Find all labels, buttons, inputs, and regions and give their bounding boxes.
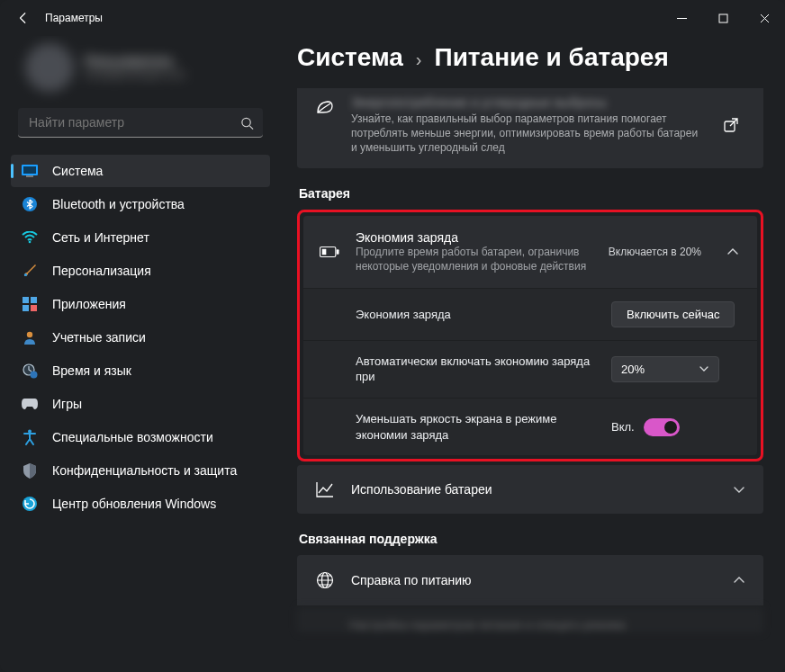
chart-icon xyxy=(315,481,335,497)
sidebar-item-apps[interactable]: Приложения xyxy=(11,288,270,320)
svg-point-1 xyxy=(242,118,250,126)
sidebar-item-label: Игры xyxy=(52,397,82,411)
sidebar-item-label: Система xyxy=(52,164,103,178)
sidebar-item-accounts[interactable]: Учетные записи xyxy=(11,321,270,354)
sidebar-item-time-language[interactable]: Время и язык xyxy=(11,354,270,387)
wifi-icon xyxy=(22,229,38,246)
search-input[interactable] xyxy=(18,108,263,138)
sidebar-item-gaming[interactable]: Игры xyxy=(11,388,270,420)
back-button[interactable] xyxy=(11,5,36,31)
close-button[interactable] xyxy=(744,0,785,36)
energy-card[interactable]: Энергопотребление и углеродные выбросы У… xyxy=(297,88,763,168)
svg-point-14 xyxy=(30,371,37,378)
sidebar-item-label: Персонализация xyxy=(52,264,151,278)
clock-globe-icon xyxy=(22,363,38,379)
maximize-button[interactable] xyxy=(702,0,744,36)
search-box[interactable] xyxy=(18,108,263,138)
energy-card-title: Энергопотребление и углеродные выбросы xyxy=(351,95,700,110)
system-icon xyxy=(22,163,38,179)
profile-block[interactable]: Пользователь email@example.com xyxy=(5,36,275,104)
update-icon xyxy=(22,496,38,512)
sidebar-item-privacy[interactable]: Конфиденциальность и защита xyxy=(11,454,270,487)
power-help-expander[interactable]: Справка по питанию xyxy=(297,555,763,605)
row-label: Экономия заряда xyxy=(356,307,599,323)
breadcrumb-current: Питание и батарея xyxy=(435,43,669,72)
globe-help-icon xyxy=(315,571,335,589)
chevron-up-icon xyxy=(733,574,745,587)
sidebar-item-label: Сеть и Интернет xyxy=(52,230,149,245)
row-label: Автоматически включать экономию заряда п… xyxy=(356,354,599,385)
breadcrumb-separator: › xyxy=(416,49,422,70)
brightness-toggle[interactable] xyxy=(644,418,680,436)
svg-point-7 xyxy=(24,273,27,276)
svg-rect-8 xyxy=(23,297,29,303)
window-title: Параметры xyxy=(45,12,103,24)
svg-rect-19 xyxy=(337,249,339,255)
sidebar-item-network[interactable]: Сеть и Интернет xyxy=(11,221,270,254)
sidebar-item-windows-update[interactable]: Центр обновления Windows xyxy=(11,488,270,520)
battery-saver-row-brightness: Уменьшать яркость экрана в режиме эконом… xyxy=(303,398,757,455)
svg-point-12 xyxy=(27,332,32,337)
nav-list: Система Bluetooth и устройства Сеть и Ин… xyxy=(5,150,275,672)
svg-rect-3 xyxy=(23,166,36,174)
battery-usage-label: Использование батареи xyxy=(351,482,717,497)
avatar xyxy=(25,43,74,92)
section-battery-title: Батарея xyxy=(299,186,763,201)
bluetooth-icon xyxy=(22,196,38,212)
sidebar-item-system[interactable]: Система xyxy=(11,155,270,187)
battery-saver-desc: Продлите время работы батареи, ограничив… xyxy=(356,245,592,273)
apps-icon xyxy=(22,296,38,312)
chevron-up-icon xyxy=(726,246,741,258)
toggle-state-label: Вкл. xyxy=(611,420,635,434)
battery-saver-status: Включается в 20% xyxy=(609,246,701,258)
svg-point-15 xyxy=(28,430,32,434)
person-icon xyxy=(22,329,38,345)
cut-bottom-row: Настройка параметров питания и спящего р… xyxy=(297,607,763,632)
main-content: Система › Питание и батарея Энергопотреб… xyxy=(281,36,785,672)
sidebar: Пользователь email@example.com Система xyxy=(0,36,281,672)
battery-saver-sub-list: Экономия заряда Включить сейчас Автомати… xyxy=(303,288,757,455)
power-help-label: Справка по питанию xyxy=(351,573,717,587)
battery-saver-row-auto: Автоматически включать экономию заряда п… xyxy=(303,340,757,398)
search-icon xyxy=(240,116,254,130)
svg-point-6 xyxy=(29,241,32,244)
sidebar-item-personalization[interactable]: Персонализация xyxy=(11,255,270,287)
minimize-button[interactable] xyxy=(661,0,702,36)
sidebar-item-label: Bluetooth и устройства xyxy=(52,197,185,211)
turn-on-now-button[interactable]: Включить сейчас xyxy=(611,301,735,327)
energy-card-desc: Узнайте, как правильный выбор параметров… xyxy=(351,112,700,156)
threshold-dropdown[interactable]: 20% xyxy=(611,356,719,382)
gamepad-icon xyxy=(22,396,38,412)
breadcrumb-parent[interactable]: Система xyxy=(297,43,403,72)
battery-saver-icon xyxy=(320,245,339,259)
profile-email: email@example.com xyxy=(85,68,185,81)
sidebar-item-label: Центр обновления Windows xyxy=(52,497,216,511)
svg-rect-11 xyxy=(31,305,37,311)
section-related-title: Связанная поддержка xyxy=(299,532,763,546)
sidebar-item-label: Приложения xyxy=(52,297,126,311)
titlebar: Параметры xyxy=(0,0,785,36)
leaf-icon xyxy=(315,95,335,115)
battery-saver-header[interactable]: Экономия заряда Продлите время работы ба… xyxy=(303,216,757,288)
svg-rect-9 xyxy=(31,297,37,303)
battery-saver-title: Экономия заряда xyxy=(356,230,592,245)
open-external-icon[interactable] xyxy=(717,118,745,132)
battery-usage-expander[interactable]: Использование батареи xyxy=(297,465,763,514)
sidebar-item-label: Время и язык xyxy=(52,363,131,378)
chevron-down-icon xyxy=(733,483,745,496)
sidebar-item-label: Конфиденциальность и защита xyxy=(52,463,237,478)
sidebar-item-accessibility[interactable]: Специальные возможности xyxy=(11,421,270,453)
svg-rect-4 xyxy=(26,175,33,177)
sidebar-item-bluetooth[interactable]: Bluetooth и устройства xyxy=(11,188,270,220)
battery-saver-row-now: Экономия заряда Включить сейчас xyxy=(303,288,757,340)
row-label: Уменьшать яркость экрана в режиме эконом… xyxy=(356,411,599,443)
svg-rect-10 xyxy=(23,305,29,311)
sidebar-item-label: Учетные записи xyxy=(52,330,146,345)
brush-icon xyxy=(22,263,38,279)
svg-rect-0 xyxy=(719,14,727,22)
chevron-down-icon xyxy=(699,363,709,374)
accessibility-icon xyxy=(22,429,38,445)
profile-name: Пользователь xyxy=(85,54,185,68)
highlight-box: Экономия заряда Продлите время работы ба… xyxy=(297,210,763,462)
sidebar-item-label: Специальные возможности xyxy=(52,430,213,444)
